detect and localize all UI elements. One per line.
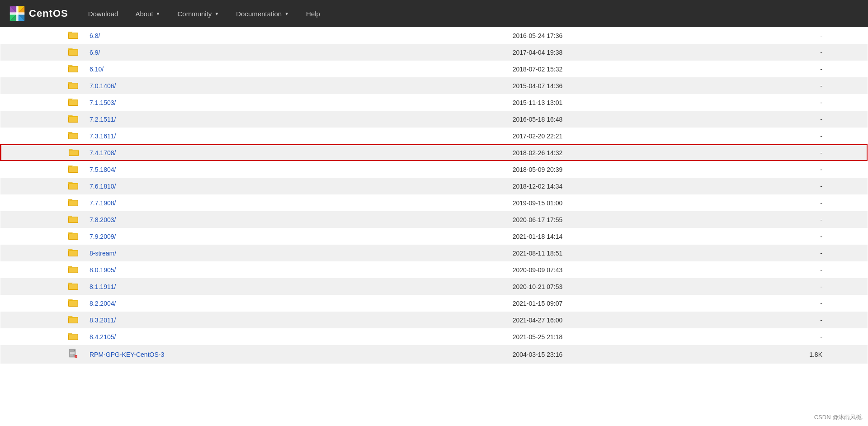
- directory-table: 6.8/2016-05-24 17:36- 6.9/2017-04-04 19:…: [0, 27, 868, 364]
- logo[interactable]: CentOS: [9, 5, 68, 22]
- community-dropdown-icon: ▼: [214, 11, 219, 16]
- folder-icon: [68, 200, 78, 208]
- dir-entry-size: -: [719, 312, 868, 328]
- dir-entry-name[interactable]: 8.1.1911/: [84, 278, 507, 295]
- table-row: 7.2.1511/2016-05-18 16:48-: [0, 111, 868, 128]
- dir-entry-date: 2021-01-18 14:14: [507, 228, 719, 245]
- folder-icon: [68, 217, 78, 224]
- folder-icon: [68, 66, 78, 74]
- dir-entry-date: 2017-04-04 19:38: [507, 44, 719, 61]
- dir-entry-date: 2018-02-26 14:32: [507, 144, 719, 161]
- dir-link[interactable]: 8.3.2011/: [90, 317, 116, 324]
- dir-link[interactable]: 8.0.1905/: [90, 266, 116, 274]
- table-row: 6.9/2017-04-04 19:38-: [0, 44, 868, 61]
- dir-entry-date: 2004-03-15 23:16: [507, 345, 719, 364]
- dir-entry-date: 2018-07-02 15:32: [507, 61, 719, 77]
- table-row: ? RPM-GPG-KEY-CentOS-32004-03-15 23:161.…: [0, 345, 868, 364]
- dir-entry-size: -: [719, 111, 868, 128]
- dir-entry-name[interactable]: 8.0.1905/: [84, 261, 507, 278]
- nav-community-label: Community: [178, 10, 212, 18]
- dir-link[interactable]: 6.9/: [90, 49, 100, 56]
- folder-icon: [69, 150, 79, 157]
- dir-entry-name[interactable]: RPM-GPG-KEY-CentOS-3: [84, 345, 507, 364]
- dir-link[interactable]: 7.1.1503/: [90, 99, 116, 106]
- dir-entry-name[interactable]: 7.3.1611/: [84, 128, 507, 144]
- folder-icon: [68, 117, 78, 124]
- nav-help[interactable]: Help: [300, 6, 326, 21]
- folder-icon: [68, 50, 78, 57]
- dir-entry-name[interactable]: 6.8/: [84, 27, 507, 44]
- nav-about[interactable]: About ▼: [129, 6, 166, 21]
- table-row: 7.9.2009/2021-01-18 14:14-: [0, 228, 868, 245]
- table-row: 7.3.1611/2017-02-20 22:21-: [0, 128, 868, 144]
- svg-rect-19: [69, 50, 78, 55]
- dir-entry-name[interactable]: 8.3.2011/: [84, 312, 507, 328]
- dir-link[interactable]: 6.8/: [90, 32, 100, 39]
- dir-entry-name[interactable]: 7.9.2009/: [84, 228, 507, 245]
- dir-link[interactable]: 8.1.1911/: [90, 283, 116, 290]
- dir-entry-name[interactable]: 7.5.1804/: [84, 161, 507, 178]
- dir-entry-size: -: [719, 161, 868, 178]
- folder-icon-cell: [0, 44, 84, 61]
- dir-link[interactable]: 7.4.1708/: [90, 149, 116, 156]
- dir-entry-name[interactable]: 7.6.1810/: [84, 178, 507, 194]
- nav-download[interactable]: Download: [82, 6, 125, 21]
- folder-icon: [68, 301, 78, 308]
- dir-link[interactable]: 7.8.2003/: [90, 216, 116, 223]
- dir-entry-date: 2018-12-02 14:34: [507, 178, 719, 194]
- dir-entry-name[interactable]: 7.4.1708/: [84, 144, 507, 161]
- table-row: 7.8.2003/2020-06-17 17:55-: [0, 211, 868, 228]
- table-row: 8-stream/2021-08-11 18:51-: [0, 245, 868, 261]
- dir-link[interactable]: 7.0.1406/: [90, 82, 116, 90]
- dir-link[interactable]: 7.6.1810/: [90, 183, 116, 190]
- dir-entry-size: -: [719, 77, 868, 94]
- dir-entry-name[interactable]: 7.8.2003/: [84, 211, 507, 228]
- dir-link[interactable]: 8-stream/: [90, 250, 116, 257]
- folder-icon-cell: [0, 278, 84, 295]
- dir-entry-date: 2020-09-09 07:43: [507, 261, 719, 278]
- dir-link[interactable]: 7.7.1908/: [90, 199, 116, 207]
- dir-entry-name[interactable]: 7.7.1908/: [84, 194, 507, 211]
- dir-link[interactable]: 8.2.2004/: [90, 300, 116, 307]
- dir-entry-name[interactable]: 7.1.1503/: [84, 94, 507, 111]
- folder-icon: [68, 317, 78, 325]
- folder-icon-cell: [0, 128, 84, 144]
- dir-entry-date: 2019-09-15 01:00: [507, 194, 719, 211]
- dir-entry-size: -: [719, 328, 868, 345]
- dir-entry-size: -: [719, 245, 868, 261]
- dir-link[interactable]: 7.5.1804/: [90, 166, 116, 173]
- dir-entry-size: -: [719, 295, 868, 312]
- dir-link[interactable]: 6.10/: [90, 66, 104, 73]
- dir-entry-date: 2021-08-11 18:51: [507, 245, 719, 261]
- dir-entry-name[interactable]: 8-stream/: [84, 245, 507, 261]
- dir-entry-name[interactable]: 6.10/: [84, 61, 507, 77]
- dir-entry-size: -: [719, 27, 868, 44]
- svg-rect-89: [69, 284, 78, 289]
- table-row: 7.0.1406/2015-04-07 14:36-: [0, 77, 868, 94]
- dir-entry-size: -: [719, 211, 868, 228]
- folder-icon: [68, 284, 78, 291]
- folder-icon: [68, 234, 78, 241]
- table-row: 7.5.1804/2018-05-09 20:39-: [0, 161, 868, 178]
- table-row: 7.7.1908/2019-09-15 01:00-: [0, 194, 868, 211]
- dir-link[interactable]: RPM-GPG-KEY-CentOS-3: [90, 351, 164, 358]
- dir-link[interactable]: 8.4.2105/: [90, 333, 116, 341]
- centos-logo-icon: [9, 5, 25, 22]
- dir-link[interactable]: 7.2.1511/: [90, 116, 116, 123]
- table-row: 8.0.1905/2020-09-09 07:43-: [0, 261, 868, 278]
- navbar: CentOS Download About ▼ Community ▼ Docu…: [0, 0, 868, 27]
- dir-entry-name[interactable]: 6.9/: [84, 44, 507, 61]
- dir-entry-name[interactable]: 7.0.1406/: [84, 77, 507, 94]
- dir-entry-date: 2016-05-18 16:48: [507, 111, 719, 128]
- dir-entry-name[interactable]: 8.4.2105/: [84, 328, 507, 345]
- dir-link[interactable]: 7.3.1611/: [90, 133, 116, 140]
- content-area: 6.8/2016-05-24 17:36- 6.9/2017-04-04 19:…: [0, 27, 868, 426]
- dir-entry-size: -: [719, 94, 868, 111]
- dir-entry-date: 2016-05-24 17:36: [507, 27, 719, 44]
- nav-community[interactable]: Community ▼: [171, 6, 226, 21]
- dir-link[interactable]: 7.9.2009/: [90, 233, 116, 240]
- table-row: 6.8/2016-05-24 17:36-: [0, 27, 868, 44]
- nav-documentation[interactable]: Documentation ▼: [230, 6, 295, 21]
- dir-entry-name[interactable]: 8.2.2004/: [84, 295, 507, 312]
- dir-entry-name[interactable]: 7.2.1511/: [84, 111, 507, 128]
